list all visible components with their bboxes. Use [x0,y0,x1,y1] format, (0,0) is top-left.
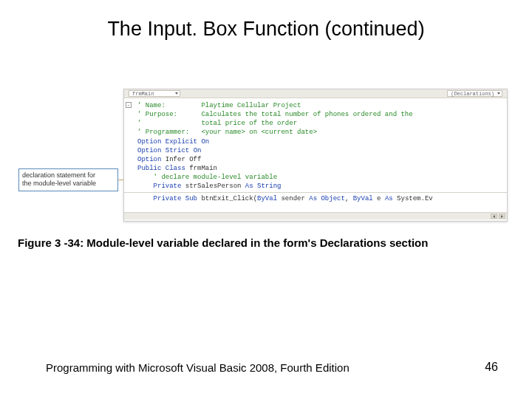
code-line: Private strSalesPerson As String [137,182,501,191]
slide-title: The Input. Box Function (continued) [0,18,532,41]
code-line: Public Class frmMain [137,164,501,173]
footer-text: Programming with Microsoft Visual Basic … [46,361,349,374]
code-line: Private Sub btnExit_Click(ByVal sender A… [137,194,501,203]
code-editor: frmMain (Declarations) - ' Name: Playtim… [123,89,508,222]
page-number: 46 [485,361,498,374]
code-line: ' Name: Playtime Cellular Project [137,101,501,110]
code-line: Option Explicit On [137,137,501,146]
scroll-right-icon[interactable] [499,214,505,219]
class-dropdown[interactable]: frmMain [129,90,180,97]
figure-caption: Figure 3 -34: Module-level variable decl… [18,236,514,249]
figure-area: declaration statement for the module-lev… [15,89,517,229]
callout-line-1: declaration statement for [22,171,115,180]
code-line: Option Strict On [137,146,501,155]
scroll-left-icon[interactable] [491,214,497,219]
horizontal-scrollbar[interactable] [124,212,507,219]
section-divider [124,192,507,193]
code-line: ' declare module-level variable [137,173,501,182]
code-line: ' Programmer: <your name> on <current da… [137,128,501,137]
code-line: ' total price of the order [137,119,501,128]
code-line: Option Infer Off [137,155,501,164]
callout-line-2: the module-level variable [22,180,115,188]
code-outline: - [126,101,133,212]
callout-box: declaration statement for the module-lev… [18,168,118,191]
editor-topbar: frmMain (Declarations) [124,89,507,98]
member-dropdown[interactable]: (Declarations) [447,90,502,97]
code-line: ' Purpose: Calculates the total number o… [137,110,501,119]
code-viewport: - ' Name: Playtime Cellular Project ' Pu… [124,98,507,212]
collapse-icon[interactable]: - [126,102,132,108]
